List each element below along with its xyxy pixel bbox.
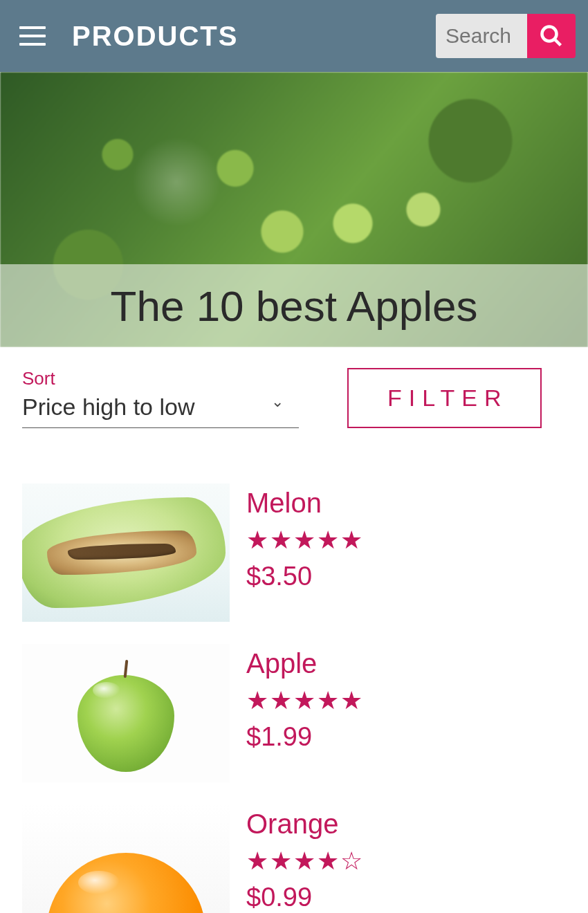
app-header: PRODUCTS — [0, 0, 588, 72]
page-title: PRODUCTS — [72, 21, 238, 52]
list-item[interactable]: Apple ★★★★★ $1.99 — [22, 644, 566, 782]
search-icon — [539, 24, 564, 48]
sort-value: Price high to low — [22, 394, 271, 421]
product-info: Orange ★★★★☆ $0.99 — [246, 804, 364, 913]
product-info: Melon ★★★★★ $3.50 — [246, 483, 364, 622]
product-rating: ★★★★★ — [246, 686, 364, 715]
product-image — [22, 483, 230, 622]
search-button[interactable] — [527, 14, 576, 58]
product-info: Apple ★★★★★ $1.99 — [246, 644, 364, 782]
chevron-down-icon: ⌄ — [271, 393, 284, 411]
search-group — [436, 14, 576, 58]
product-price: $1.99 — [246, 722, 364, 752]
sort-select[interactable]: Price high to low ⌄ — [22, 391, 299, 428]
product-price: $0.99 — [246, 883, 364, 912]
controls-row: Sort Price high to low ⌄ FILTER — [0, 347, 588, 428]
product-list: Melon ★★★★★ $3.50 Apple ★★★★★ $1.99 Oran… — [0, 428, 588, 913]
product-rating: ★★★★☆ — [246, 847, 364, 876]
hero-banner: The 10 best Apples — [0, 72, 588, 347]
sort-label: Sort — [22, 368, 299, 389]
hero-caption: The 10 best Apples — [0, 264, 588, 347]
svg-point-0 — [542, 27, 557, 42]
list-item[interactable]: Orange ★★★★☆ $0.99 — [22, 804, 566, 913]
svg-line-1 — [555, 39, 561, 46]
sort-group: Sort Price high to low ⌄ — [22, 368, 299, 428]
product-rating: ★★★★★ — [246, 526, 364, 555]
list-item[interactable]: Melon ★★★★★ $3.50 — [22, 483, 566, 622]
product-name: Melon — [246, 488, 364, 519]
product-name: Apple — [246, 648, 364, 679]
product-name: Orange — [246, 809, 364, 840]
filter-button[interactable]: FILTER — [347, 368, 542, 428]
search-input[interactable] — [436, 14, 527, 58]
product-image — [22, 644, 230, 782]
product-image — [22, 804, 230, 913]
product-price: $3.50 — [246, 562, 364, 591]
menu-button[interactable] — [19, 26, 46, 46]
